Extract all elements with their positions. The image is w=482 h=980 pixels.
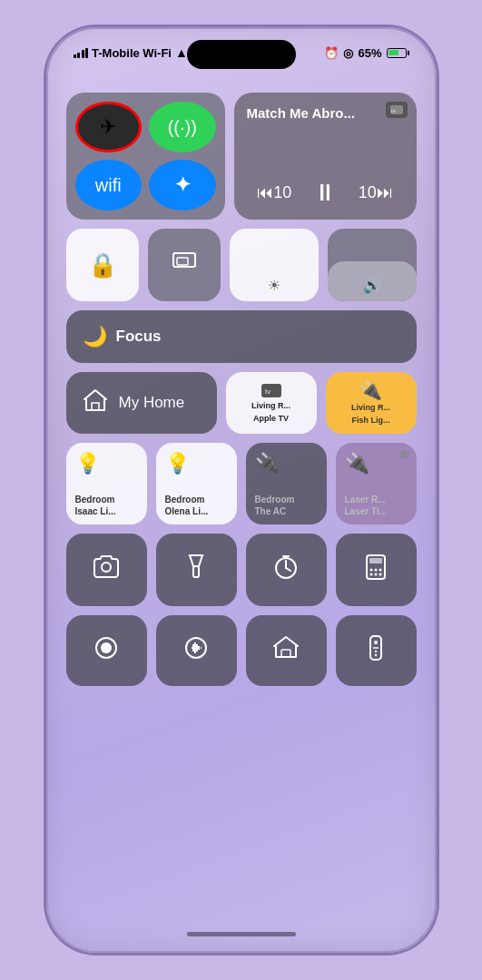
phone-frame: T-Mobile Wi-Fi ▲ ⏰ ◎ 65% ✈ ((·)) xyxy=(46,27,437,953)
screen-lock-button[interactable]: 🔒 xyxy=(66,229,139,301)
svg-point-19 xyxy=(375,573,378,575)
record-icon xyxy=(93,635,119,667)
apple-tv-widget-icon: tv xyxy=(261,383,282,399)
forward-button[interactable]: 10⏭ xyxy=(359,183,393,202)
home-app-button[interactable] xyxy=(246,615,327,686)
svg-rect-4 xyxy=(92,403,99,410)
row-utilities xyxy=(66,534,417,606)
status-right: ⏰ ◎ 65% xyxy=(324,46,408,60)
battery-fill xyxy=(389,50,398,55)
svg-text:tv: tv xyxy=(391,108,396,113)
control-center: ✈ ((·)) wifi ✦ tv Ma xyxy=(66,93,417,897)
bulb-on-icon-2: 💡 xyxy=(165,452,190,475)
media-block[interactable]: tv Match Me Abro... ⏮10 ⏸ 10⏭ xyxy=(234,93,417,220)
moon-icon: 🌙 xyxy=(83,325,107,348)
calculator-button[interactable] xyxy=(336,534,417,606)
home-icon xyxy=(83,388,108,417)
remote-button[interactable] xyxy=(336,615,417,686)
apple-tv-line1: Living R... xyxy=(251,401,290,412)
signal-bar-4 xyxy=(85,48,88,58)
rewind-button[interactable]: ⏮10 xyxy=(257,183,291,202)
signal-bar-1 xyxy=(74,54,76,58)
record-button[interactable] xyxy=(66,615,147,686)
bulb-on-icon-1: 💡 xyxy=(75,452,100,475)
svg-line-11 xyxy=(286,568,290,571)
apple-tv-icon: tv xyxy=(386,102,408,118)
media-controls: ⏮10 ⏸ 10⏭ xyxy=(247,179,404,207)
outlet-icon-1: 🔌 xyxy=(255,452,280,475)
svg-rect-30 xyxy=(281,650,290,657)
brightness-slider[interactable]: ☀ xyxy=(230,229,319,301)
airplane-icon: ✈ xyxy=(100,115,116,139)
flashlight-icon xyxy=(186,554,206,587)
apple-tv-line2: Apple TV xyxy=(253,414,289,425)
svg-point-35 xyxy=(375,653,377,655)
svg-rect-8 xyxy=(193,566,199,577)
svg-point-15 xyxy=(370,568,373,571)
apple-tv-widget[interactable]: tv Living R... Apple TV xyxy=(226,372,317,434)
bedroom-isaac-name: Bedroom Isaac Li... xyxy=(75,494,116,517)
volume-slider[interactable]: 🔊 xyxy=(328,229,417,301)
cellular-icon: ((·)) xyxy=(168,117,197,138)
flashlight-button[interactable] xyxy=(156,534,237,606)
camera-button[interactable] xyxy=(66,534,147,606)
wifi-icon: wifi xyxy=(95,175,122,196)
my-home-button[interactable]: My Home xyxy=(66,372,217,434)
bedroom-isaac-widget[interactable]: 💡 Bedroom Isaac Li... xyxy=(66,443,147,524)
outlet-icon-2: 🔌 xyxy=(345,452,369,475)
remote-icon xyxy=(369,635,383,667)
battery-percent: 65% xyxy=(358,46,381,60)
cellular-button[interactable]: ((·)) xyxy=(149,102,216,152)
battery-cap xyxy=(408,51,409,55)
fish-light-icon: 🔌 xyxy=(359,379,382,401)
brightness-icon: ☀ xyxy=(268,277,280,294)
svg-point-20 xyxy=(379,573,382,575)
notch xyxy=(187,40,296,69)
svg-rect-14 xyxy=(369,558,382,564)
row-controls: 🔒 ☀ 🔊 xyxy=(66,229,417,301)
laser-badge xyxy=(400,450,409,459)
signal-bars xyxy=(74,47,89,58)
svg-point-17 xyxy=(379,568,382,571)
bluetooth-icon: ✦ xyxy=(174,173,191,197)
timer-button[interactable] xyxy=(246,534,327,606)
fish-light-widget[interactable]: 🔌 Living R... Fish Lig... xyxy=(326,372,417,434)
camera-icon xyxy=(93,555,120,585)
media-title: Match Me Abro... xyxy=(247,105,404,121)
pause-button[interactable]: ⏸ xyxy=(313,179,337,207)
status-left: T-Mobile Wi-Fi ▲ xyxy=(74,45,188,60)
sound-recognition-button[interactable] xyxy=(156,615,237,686)
wifi-button[interactable]: wifi xyxy=(75,160,143,211)
screen-mirror-icon xyxy=(172,252,197,278)
svg-rect-3 xyxy=(177,258,188,265)
row-focus: 🌙 Focus xyxy=(66,310,417,363)
bedroom-ac-widget[interactable]: 🔌 Bedroom The AC xyxy=(246,443,327,524)
alarm-icon: ⏰ xyxy=(324,46,339,60)
sound-recognition-icon xyxy=(183,635,209,667)
screen-lock-icon: 🔒 xyxy=(88,251,117,279)
svg-point-7 xyxy=(102,563,111,572)
laser-widget[interactable]: 🔌 Laser R... Laser Ti... xyxy=(336,443,417,524)
signal-bar-2 xyxy=(77,53,80,58)
bedroom-olena-widget[interactable]: 💡 Bedroom Olena Li... xyxy=(156,443,237,524)
home-indicator xyxy=(187,932,296,936)
svg-point-22 xyxy=(101,642,112,653)
focus-button[interactable]: 🌙 Focus xyxy=(66,310,417,363)
fish-light-line1: Living R... xyxy=(351,403,390,414)
home-label: My Home xyxy=(119,394,185,412)
fish-light-line2: Fish Lig... xyxy=(352,416,390,426)
row-bottom xyxy=(66,615,417,686)
signal-bar-3 xyxy=(82,50,84,58)
svg-point-34 xyxy=(375,650,377,652)
carrier-label: T-Mobile Wi-Fi xyxy=(92,46,172,60)
bedroom-olena-name: Bedroom Olena Li... xyxy=(165,494,209,517)
laser-name: Laser R... Laser Ti... xyxy=(345,494,388,517)
volume-icon: 🔊 xyxy=(363,277,381,294)
bluetooth-button[interactable]: ✦ xyxy=(149,160,216,211)
svg-point-32 xyxy=(374,641,378,644)
screen-mirror-button[interactable] xyxy=(148,229,221,301)
focus-label: Focus xyxy=(116,328,162,346)
home-app-icon xyxy=(273,636,299,666)
calculator-icon xyxy=(365,554,387,586)
airplane-mode-button[interactable]: ✈ xyxy=(75,102,143,152)
